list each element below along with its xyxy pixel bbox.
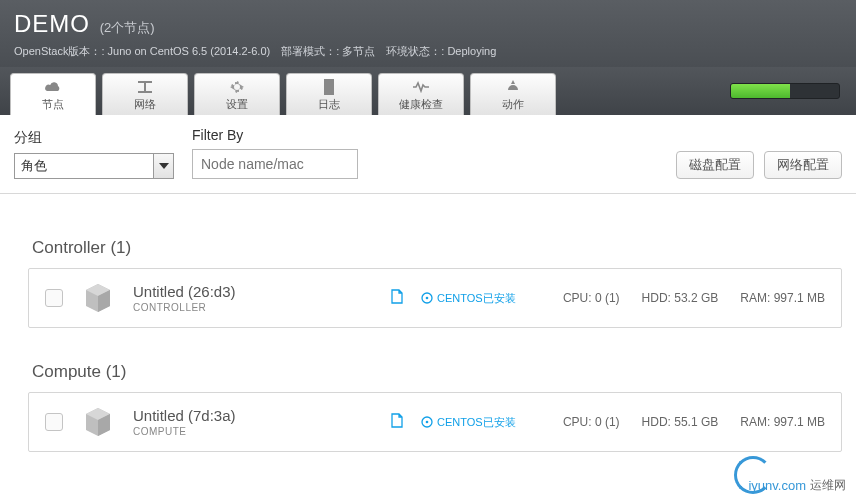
deploy-progress (730, 83, 840, 99)
filter-input[interactable] (192, 149, 358, 179)
tab-settings[interactable]: 设置 (194, 73, 280, 115)
progress-fill (731, 84, 790, 98)
svg-point-1 (426, 297, 429, 300)
env-subtitle: (2个节点) (100, 20, 155, 35)
network-icon (136, 78, 154, 96)
log-icon (320, 78, 338, 96)
document-icon[interactable] (391, 413, 403, 431)
content: Controller (1) Untitled (26:d3) CONTROLL… (0, 194, 856, 462)
tab-actions[interactable]: 动作 (470, 73, 556, 115)
tab-network[interactable]: 网络 (102, 73, 188, 115)
disc-icon (421, 292, 433, 304)
os-link[interactable]: CENTOS已安装 (421, 291, 541, 306)
env-meta: OpenStack版本：: Juno on CentOS 6.5 (2014.2… (14, 44, 842, 59)
node-role: COMPUTE (133, 426, 373, 437)
tab-label: 网络 (134, 97, 156, 112)
node-stats: CPU: 0 (1) HDD: 55.1 GB RAM: 997.1 MB (563, 415, 825, 429)
tab-label: 日志 (318, 97, 340, 112)
disk-config-button[interactable]: 磁盘配置 (676, 151, 754, 179)
chevron-down-icon[interactable] (153, 154, 173, 178)
tab-label: 动作 (502, 97, 524, 112)
node-checkbox[interactable] (45, 289, 63, 307)
role-section-controller: Controller (1) Untitled (26:d3) CONTROLL… (14, 238, 842, 328)
tab-health[interactable]: 健康检查 (378, 73, 464, 115)
env-title: DEMO (14, 10, 90, 38)
node-role: CONTROLLER (133, 302, 373, 313)
network-config-button[interactable]: 网络配置 (764, 151, 842, 179)
node-name: Untitled (7d:3a) (133, 407, 373, 424)
watermark-text: iyunv.com (748, 478, 806, 493)
tab-label: 健康检查 (399, 97, 443, 112)
filter-by-label: Filter By (192, 127, 358, 143)
watermark-cn: 运维网 (810, 477, 846, 494)
hdd-stat: HDD: 55.1 GB (642, 415, 719, 429)
disc-icon (421, 416, 433, 428)
server-icon (81, 405, 115, 439)
tab-logs[interactable]: 日志 (286, 73, 372, 115)
bolt-icon (504, 78, 522, 96)
os-text: CENTOS已安装 (437, 291, 516, 306)
role-title: Controller (1) (14, 238, 842, 258)
node-name: Untitled (26:d3) (133, 283, 373, 300)
watermark: iyunv.com 运维网 (748, 477, 846, 494)
group-by-label: 分组 (14, 129, 174, 147)
os-text: CENTOS已安装 (437, 415, 516, 430)
document-icon[interactable] (391, 289, 403, 307)
role-section-compute: Compute (1) Untitled (7d:3a) COMPUTE CEN… (14, 362, 842, 452)
progress-bar (730, 83, 840, 99)
tabbar: 节点 网络 设置 日志 健康检查 动作 (0, 67, 856, 115)
cloud-icon (44, 78, 62, 96)
node-stats: CPU: 0 (1) HDD: 53.2 GB RAM: 997.1 MB (563, 291, 825, 305)
header: DEMO (2个节点) OpenStack版本：: Juno on CentOS… (0, 0, 856, 67)
hdd-stat: HDD: 53.2 GB (642, 291, 719, 305)
heart-icon (412, 78, 430, 96)
ram-stat: RAM: 997.1 MB (740, 415, 825, 429)
group-by-select[interactable]: 角色 (14, 153, 174, 179)
ram-stat: RAM: 997.1 MB (740, 291, 825, 305)
cpu-stat: CPU: 0 (1) (563, 415, 620, 429)
node-card: Untitled (7d:3a) COMPUTE CENTOS已安装 CPU: … (28, 392, 842, 452)
group-by-value: 角色 (15, 154, 153, 178)
role-title: Compute (1) (14, 362, 842, 382)
tab-label: 设置 (226, 97, 248, 112)
tab-label: 节点 (42, 97, 64, 112)
os-link[interactable]: CENTOS已安装 (421, 415, 541, 430)
cpu-stat: CPU: 0 (1) (563, 291, 620, 305)
gear-icon (228, 78, 246, 96)
tab-nodes[interactable]: 节点 (10, 73, 96, 115)
node-card: Untitled (26:d3) CONTROLLER CENTOS已安装 CP… (28, 268, 842, 328)
node-checkbox[interactable] (45, 413, 63, 431)
svg-point-3 (426, 421, 429, 424)
server-icon (81, 281, 115, 315)
toolbar: 分组 角色 Filter By 磁盘配置 网络配置 (0, 115, 856, 194)
